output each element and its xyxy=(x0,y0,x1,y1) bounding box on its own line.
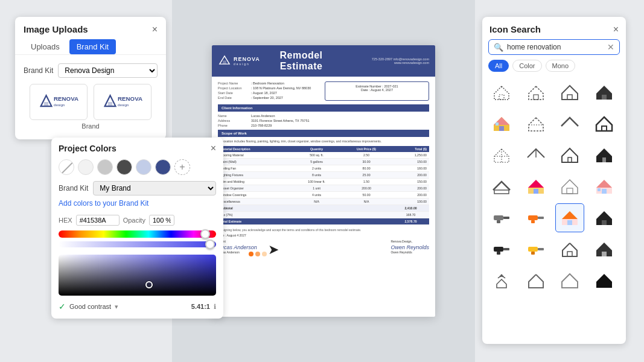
doc-header: RENOVA design Remodel Estimate 725-320-2… xyxy=(212,45,435,77)
icon-house-color-selected[interactable] xyxy=(555,203,584,232)
svg-marker-31 xyxy=(528,180,544,188)
icon-house-wifi[interactable] xyxy=(487,266,516,295)
icon-house-color-pink[interactable] xyxy=(590,172,619,201)
tab-uploads[interactable]: Uploads xyxy=(24,39,67,54)
doc-contact: 725-320-2897 info@renovadesign.com www.r… xyxy=(342,57,429,65)
color-picker-box[interactable] xyxy=(59,255,216,296)
opacity-slider[interactable] xyxy=(59,241,216,247)
image-uploads-close-button[interactable]: × xyxy=(152,25,158,34)
icon-search-input[interactable] xyxy=(507,43,604,51)
icon-house-simple-outline2[interactable] xyxy=(555,141,584,170)
svg-rect-29 xyxy=(602,157,606,162)
hex-input[interactable] xyxy=(76,215,120,226)
icon-grid xyxy=(482,75,626,338)
svg-rect-18 xyxy=(499,126,504,131)
svg-rect-51 xyxy=(494,247,503,252)
svg-rect-30 xyxy=(494,190,509,194)
svg-rect-38 xyxy=(602,189,607,194)
brand-kit-label: Brand Kit xyxy=(24,66,53,75)
brand-kit-row: Brand Kit Renova Design xyxy=(15,61,166,84)
icon-house-outline-dashed2[interactable] xyxy=(521,109,550,138)
icon-tool-drill-yellow[interactable] xyxy=(521,235,550,264)
table-row: Trim and Molding100 linear ft.1.50150.00 xyxy=(218,179,429,185)
opacity-slider-thumb[interactable] xyxy=(205,240,215,249)
swatch-blue[interactable] xyxy=(155,159,171,175)
svg-rect-55 xyxy=(538,248,544,250)
doc-estimate-box: Estimate Number : 2027-021 Date : August… xyxy=(325,81,429,101)
brand-kit-select[interactable]: Renova Design xyxy=(58,63,158,78)
icon-house-solid2[interactable] xyxy=(590,141,619,170)
icon-house-modern[interactable] xyxy=(555,172,584,201)
pc-brand-select[interactable]: My Brand xyxy=(93,181,216,195)
filter-color-button[interactable]: Color xyxy=(512,60,541,72)
tab-brand-kit[interactable]: Brand Kit xyxy=(69,39,116,54)
icon-house-outline-mono2[interactable] xyxy=(521,266,550,295)
icon-house-outline-dotted[interactable] xyxy=(487,78,516,107)
color-slider[interactable] xyxy=(59,230,216,238)
icon-house-filled-dark[interactable] xyxy=(590,266,619,295)
contrast-chevron-icon[interactable]: ▾ xyxy=(115,303,118,311)
svg-rect-27 xyxy=(568,157,572,162)
add-colors-link[interactable]: Add colors to your Brand Kit xyxy=(51,198,223,212)
svg-rect-1 xyxy=(44,102,48,106)
svg-text:RENOVA: RENOVA xyxy=(54,95,78,102)
icon-house-solid-filled[interactable] xyxy=(590,78,619,107)
renova-logo-1: RENOVA design xyxy=(34,89,83,115)
swatch-dark[interactable] xyxy=(116,159,132,175)
col-header-unit-price: Unit Price ($) xyxy=(340,146,392,152)
swatch-add-button[interactable]: + xyxy=(174,159,190,175)
svg-rect-56 xyxy=(531,252,535,255)
swatch-light[interactable] xyxy=(78,159,94,175)
icon-house-roof-lines[interactable] xyxy=(521,141,550,170)
icon-house-solid-simple[interactable] xyxy=(555,78,584,107)
contrast-row: ✓ Good contrast ▾ 5.41:1 ℹ xyxy=(51,298,223,311)
icon-search-wrap: 🔍 ✕ xyxy=(488,39,620,55)
swatch-gray[interactable] xyxy=(97,159,113,175)
icon-house-plain[interactable] xyxy=(555,266,584,295)
icon-house-roof-angle[interactable] xyxy=(487,172,516,201)
icon-search-title: Icon Search xyxy=(489,24,541,34)
icon-house-dark[interactable] xyxy=(590,203,619,232)
info-icon[interactable]: ℹ xyxy=(214,303,216,311)
icon-tool-drill-color2[interactable] xyxy=(521,203,550,232)
pc-title: Project Colors xyxy=(59,144,116,153)
icon-house-solid-simple2[interactable] xyxy=(590,109,619,138)
project-colors-close-button[interactable]: × xyxy=(211,144,216,153)
svg-rect-10 xyxy=(499,95,504,100)
icon-tool-drill-dark[interactable] xyxy=(487,235,516,264)
icon-search-clear-button[interactable]: ✕ xyxy=(607,42,614,52)
icon-house-outline-dashed[interactable] xyxy=(521,78,550,107)
swatch-none[interactable] xyxy=(59,159,74,175)
icon-house-outline-thin[interactable] xyxy=(487,141,516,170)
icon-house-color-red-roof[interactable] xyxy=(521,172,550,201)
svg-rect-35 xyxy=(567,188,573,194)
svg-marker-21 xyxy=(596,117,612,131)
icon-house-solid-mono2[interactable] xyxy=(590,235,619,264)
svg-rect-13 xyxy=(567,95,572,100)
icon-house-roof-only[interactable] xyxy=(555,109,584,138)
opacity-label: Opacity xyxy=(123,217,145,224)
doc-field-location: Project Location : 108 N Platinum Ave De… xyxy=(218,86,322,90)
hex-row: HEX Opacity xyxy=(51,212,223,228)
svg-rect-9 xyxy=(223,60,226,64)
svg-rect-57 xyxy=(567,252,572,256)
icon-search-close-button[interactable]: × xyxy=(613,25,619,34)
icon-house-color-windows[interactable] xyxy=(487,109,516,138)
color-slider-thumb[interactable] xyxy=(200,229,210,239)
icon-search-row: 🔍 ✕ xyxy=(482,39,626,60)
swatch-lightblue[interactable] xyxy=(136,159,151,175)
table-row: Window Coverings4 units50.00200.00 xyxy=(218,192,429,198)
opacity-input[interactable] xyxy=(149,215,174,226)
doc-client-title: Client Information xyxy=(218,104,429,112)
doc-field-end: End Date : September 20, 2027 xyxy=(218,96,322,100)
icon-house-outline-mono[interactable] xyxy=(555,235,584,264)
logo-box-1[interactable]: RENOVA design xyxy=(30,84,88,120)
icon-tool-drill-gray[interactable] xyxy=(487,203,516,232)
tax-row: Tax (7%)168.70 xyxy=(218,212,429,218)
brand-label: Brand xyxy=(15,120,166,130)
table-row: MiscellaneousN/AN/A100.00 xyxy=(218,198,429,205)
logo-box-2[interactable]: RENOVA design xyxy=(94,84,151,120)
filter-mono-button[interactable]: Mono xyxy=(546,60,576,72)
tabs-row: Uploads Brand Kit xyxy=(15,39,166,55)
filter-all-button[interactable]: All xyxy=(488,60,509,72)
